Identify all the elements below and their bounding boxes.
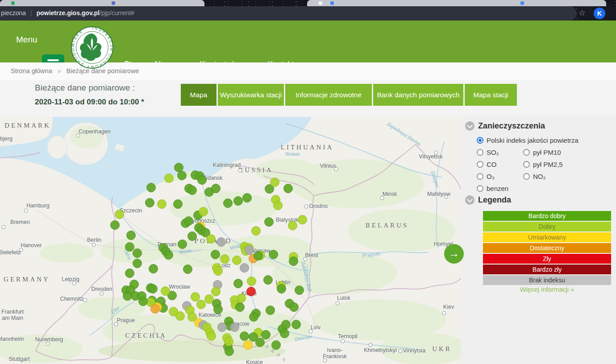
station-dot[interactable] — [115, 210, 124, 219]
station-dot[interactable] — [211, 287, 221, 296]
station-dot[interactable] — [164, 174, 174, 183]
radio-icon[interactable] — [477, 149, 483, 156]
station-dot[interactable] — [149, 264, 158, 273]
station-dot[interactable] — [249, 332, 258, 342]
station-dot[interactable] — [235, 302, 245, 312]
station-dot[interactable] — [199, 207, 208, 216]
breadcrumb-home[interactable]: Strona główna — [11, 67, 52, 74]
station-dot[interactable] — [146, 183, 156, 192]
browser-tab-strip[interactable] — [0, 0, 616, 6]
station-dot[interactable] — [157, 199, 166, 209]
station-dot[interactable] — [177, 171, 187, 180]
radio-icon[interactable] — [523, 161, 530, 168]
station-dot[interactable] — [230, 323, 239, 332]
address-bar[interactable]: pieczona|powietrze.gios.gov.pl/pjp/curre… — [0, 6, 577, 21]
station-dot[interactable] — [232, 256, 241, 265]
gios-logo[interactable]: INSPEKCJA OCHRONY ŚRODOWISKA — [71, 26, 114, 69]
station-dot[interactable] — [249, 312, 258, 322]
station-dot[interactable] — [281, 320, 291, 329]
air-quality-map[interactable]: DENMARKGERMANYCZECHIAPOLANDRUSSIALITHUAN… — [0, 117, 461, 364]
station-dot[interactable] — [283, 184, 293, 193]
station-dot[interactable] — [270, 178, 279, 187]
station-dot[interactable] — [187, 186, 197, 195]
sidebar-toggle-arrow-button[interactable]: → — [444, 244, 464, 264]
pollutant-radio[interactable]: Polski indeks jakości powietrza — [477, 136, 579, 144]
station-dot[interactable] — [125, 269, 134, 278]
station-dot[interactable] — [251, 226, 261, 236]
station-dot[interactable] — [295, 285, 304, 295]
station-dot[interactable] — [187, 232, 197, 241]
pollutant-radio[interactable]: pył PM2,5 — [523, 161, 579, 168]
station-dot[interactable] — [224, 337, 233, 346]
station-dot[interactable] — [246, 287, 256, 296]
station-dot[interactable] — [145, 198, 154, 207]
station-dot[interactable] — [148, 284, 158, 294]
station-dot[interactable] — [164, 250, 173, 260]
station-dot[interactable] — [133, 259, 142, 268]
station-dot[interactable] — [211, 250, 220, 259]
radio-icon[interactable] — [523, 149, 530, 156]
browser-tab[interactable] — [307, 0, 606, 6]
station-dot[interactable] — [254, 251, 263, 261]
station-dot[interactable] — [183, 265, 192, 274]
station-dot[interactable] — [220, 254, 229, 264]
station-dot[interactable] — [240, 331, 249, 341]
station-dot[interactable] — [150, 304, 160, 314]
tab-mapa-stacji[interactable]: Mapa stacji — [465, 84, 517, 106]
station-dot[interactable] — [211, 184, 221, 193]
station-dot[interactable] — [280, 329, 289, 338]
station-dot[interactable] — [138, 297, 148, 306]
station-dot[interactable] — [245, 245, 254, 255]
station-dot[interactable] — [161, 286, 170, 296]
station-dot[interactable] — [223, 199, 233, 208]
station-dot[interactable] — [217, 323, 227, 332]
station-dot[interactable] — [233, 279, 243, 288]
station-dot[interactable] — [206, 234, 216, 244]
station-dot[interactable] — [288, 221, 297, 230]
station-dot[interactable] — [213, 305, 223, 314]
station-dot[interactable] — [216, 237, 226, 247]
pollutant-radio[interactable]: SO₂ — [477, 149, 523, 156]
radio-icon[interactable] — [477, 173, 483, 180]
station-dot[interactable] — [263, 275, 273, 285]
station-dot[interactable] — [243, 340, 253, 350]
station-dot[interactable] — [178, 240, 187, 249]
pollutant-radio[interactable]: NO₂ — [523, 173, 579, 180]
chevron-down-icon[interactable] — [465, 121, 474, 131]
station-dot[interactable] — [240, 263, 249, 273]
browser-tab[interactable] — [0, 0, 204, 6]
station-dot[interactable] — [133, 248, 142, 258]
station-dot[interactable] — [271, 340, 281, 350]
station-dot[interactable] — [277, 284, 286, 294]
bookmark-star-icon[interactable]: ☆ — [579, 8, 586, 18]
pollutant-radio[interactable]: benzen — [477, 185, 523, 192]
pollutant-radio[interactable]: O₃ — [477, 173, 523, 180]
station-dot[interactable] — [197, 175, 207, 185]
tab-bank-danych-pomiarowych[interactable]: Bank danych pomiarowych — [373, 84, 463, 106]
station-dot[interactable] — [126, 231, 136, 240]
station-dot[interactable] — [175, 311, 185, 321]
pollutant-radio[interactable]: pył PM10 — [523, 149, 579, 156]
station-dot[interactable] — [184, 216, 193, 226]
tab-wyszukiwarka-stacji[interactable]: Wyszukiwarka stacji — [218, 84, 284, 106]
station-dot[interactable] — [242, 193, 252, 203]
tab-mapa[interactable]: Mapa — [181, 84, 216, 106]
station-dot[interactable] — [273, 201, 283, 210]
station-dot[interactable] — [110, 220, 120, 230]
pollutant-radio[interactable]: CO — [477, 161, 523, 168]
station-dot[interactable] — [291, 320, 301, 329]
station-dot[interactable] — [233, 196, 243, 206]
more-info-link[interactable]: Więcej informacji » — [483, 286, 611, 293]
radio-icon[interactable] — [477, 161, 483, 168]
station-dot[interactable] — [173, 199, 183, 209]
radio-icon[interactable] — [477, 137, 483, 144]
station-dot[interactable] — [289, 302, 299, 312]
radio-icon[interactable] — [523, 173, 530, 180]
station-dot[interactable] — [247, 277, 256, 286]
chevron-down-icon[interactable] — [465, 195, 474, 205]
station-dot[interactable] — [213, 266, 223, 276]
station-dot[interactable] — [196, 300, 206, 309]
station-dot[interactable] — [266, 306, 275, 315]
station-dot[interactable] — [298, 215, 307, 224]
tab-informacje-zdrowotne[interactable]: Informacje zdrowotne — [285, 84, 372, 106]
